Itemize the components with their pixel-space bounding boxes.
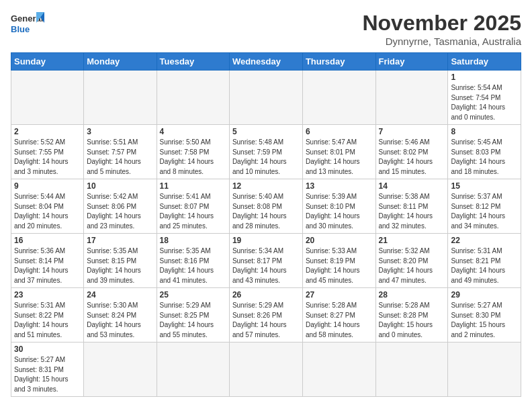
day-info: Sunrise: 5:27 AMSunset: 8:31 PMDaylight:… (14, 355, 81, 394)
calendar-week-row: 2Sunrise: 5:52 AMSunset: 7:55 PMDaylight… (11, 125, 521, 179)
calendar-cell: 20Sunrise: 5:33 AMSunset: 8:19 PMDayligh… (302, 234, 375, 288)
calendar-cell: 15Sunrise: 5:37 AMSunset: 8:12 PMDayligh… (448, 179, 521, 234)
day-info: Sunrise: 5:29 AMSunset: 8:25 PMDaylight:… (160, 301, 226, 340)
day-info: Sunrise: 5:28 AMSunset: 8:28 PMDaylight:… (379, 301, 445, 340)
day-number: 13 (306, 181, 373, 191)
calendar-week-row: 30Sunrise: 5:27 AMSunset: 8:31 PMDayligh… (11, 342, 521, 397)
day-info: Sunrise: 5:48 AMSunset: 7:59 PMDaylight:… (232, 138, 300, 177)
calendar-cell: 6Sunrise: 5:47 AMSunset: 8:01 PMDaylight… (302, 125, 375, 179)
day-info: Sunrise: 5:33 AMSunset: 8:19 PMDaylight:… (306, 246, 373, 285)
calendar-cell: 9Sunrise: 5:44 AMSunset: 8:04 PMDaylight… (11, 179, 84, 234)
day-number: 17 (87, 236, 153, 245)
day-info: Sunrise: 5:35 AMSunset: 8:15 PMDaylight:… (87, 246, 153, 285)
calendar-cell: 26Sunrise: 5:29 AMSunset: 8:26 PMDayligh… (229, 288, 302, 342)
calendar-cell (302, 342, 375, 397)
calendar-cell: 19Sunrise: 5:34 AMSunset: 8:17 PMDayligh… (229, 234, 302, 288)
day-info: Sunrise: 5:41 AMSunset: 8:07 PMDaylight:… (160, 192, 226, 231)
calendar-cell: 1Sunrise: 5:54 AMSunset: 7:54 PMDaylight… (448, 71, 521, 125)
day-number: 3 (87, 127, 153, 136)
day-info: Sunrise: 5:39 AMSunset: 8:10 PMDaylight:… (306, 192, 373, 231)
day-number: 5 (232, 127, 300, 136)
weekday-header-thursday: Thursday (302, 53, 375, 71)
calendar-week-row: 9Sunrise: 5:44 AMSunset: 8:04 PMDaylight… (11, 179, 521, 234)
day-number: 2 (14, 127, 81, 136)
day-info: Sunrise: 5:34 AMSunset: 8:17 PMDaylight:… (232, 246, 300, 285)
day-number: 14 (379, 181, 445, 191)
day-info: Sunrise: 5:32 AMSunset: 8:20 PMDaylight:… (379, 246, 445, 285)
weekday-header-friday: Friday (375, 53, 448, 71)
weekday-header-sunday: Sunday (11, 53, 84, 71)
calendar-cell (375, 342, 448, 397)
calendar-cell: 14Sunrise: 5:38 AMSunset: 8:11 PMDayligh… (375, 179, 448, 234)
calendar-cell: 16Sunrise: 5:36 AMSunset: 8:14 PMDayligh… (11, 234, 84, 288)
calendar-cell: 2Sunrise: 5:52 AMSunset: 7:55 PMDaylight… (11, 125, 84, 179)
day-info: Sunrise: 5:31 AMSunset: 8:21 PMDaylight:… (451, 246, 518, 285)
calendar-cell (448, 342, 521, 397)
weekday-header-row: SundayMondayTuesdayWednesdayThursdayFrid… (11, 53, 521, 71)
day-number: 11 (160, 181, 226, 191)
day-info: Sunrise: 5:38 AMSunset: 8:11 PMDaylight:… (379, 192, 445, 231)
day-number: 16 (14, 236, 81, 245)
calendar-cell: 28Sunrise: 5:28 AMSunset: 8:28 PMDayligh… (375, 288, 448, 342)
calendar-cell (229, 342, 302, 397)
day-info: Sunrise: 5:30 AMSunset: 8:24 PMDaylight:… (87, 301, 153, 340)
calendar-cell: 17Sunrise: 5:35 AMSunset: 8:15 PMDayligh… (84, 234, 157, 288)
calendar-cell: 8Sunrise: 5:45 AMSunset: 8:03 PMDaylight… (448, 125, 521, 179)
calendar-week-row: 16Sunrise: 5:36 AMSunset: 8:14 PMDayligh… (11, 234, 521, 288)
calendar-cell: 4Sunrise: 5:50 AMSunset: 7:58 PMDaylight… (157, 125, 229, 179)
calendar-cell (157, 342, 229, 397)
day-info: Sunrise: 5:27 AMSunset: 8:30 PMDaylight:… (451, 301, 518, 340)
day-info: Sunrise: 5:44 AMSunset: 8:04 PMDaylight:… (14, 192, 81, 231)
day-number: 28 (379, 290, 445, 300)
day-info: Sunrise: 5:36 AMSunset: 8:14 PMDaylight:… (14, 246, 81, 285)
calendar-cell: 7Sunrise: 5:46 AMSunset: 8:02 PMDaylight… (375, 125, 448, 179)
day-number: 15 (451, 181, 518, 191)
calendar-cell: 3Sunrise: 5:51 AMSunset: 7:57 PMDaylight… (84, 125, 157, 179)
calendar-cell: 29Sunrise: 5:27 AMSunset: 8:30 PMDayligh… (448, 288, 521, 342)
day-number: 7 (379, 127, 445, 136)
weekday-header-tuesday: Tuesday (157, 53, 229, 71)
day-number: 4 (160, 127, 226, 136)
weekday-header-monday: Monday (84, 53, 157, 71)
day-number: 1 (451, 73, 518, 82)
day-number: 22 (451, 236, 518, 245)
logo-svg: General Blue (11, 11, 44, 39)
day-number: 27 (306, 290, 373, 300)
day-number: 8 (451, 127, 518, 136)
calendar-cell (375, 71, 448, 125)
calendar-cell (84, 342, 157, 397)
calendar-week-row: 23Sunrise: 5:31 AMSunset: 8:22 PMDayligh… (11, 288, 521, 342)
svg-text:Blue: Blue (11, 24, 30, 34)
calendar-cell (229, 71, 302, 125)
day-info: Sunrise: 5:45 AMSunset: 8:03 PMDaylight:… (451, 138, 518, 177)
calendar-cell: 10Sunrise: 5:42 AMSunset: 8:06 PMDayligh… (84, 179, 157, 234)
calendar-cell (302, 71, 375, 125)
day-info: Sunrise: 5:47 AMSunset: 8:01 PMDaylight:… (306, 138, 373, 177)
calendar-cell (84, 71, 157, 125)
day-info: Sunrise: 5:40 AMSunset: 8:08 PMDaylight:… (232, 192, 300, 231)
day-number: 20 (306, 236, 373, 245)
page-header: General Blue November 2025 Dynnyrne, Tas… (11, 11, 521, 47)
day-info: Sunrise: 5:51 AMSunset: 7:57 PMDaylight:… (87, 138, 153, 177)
calendar-cell: 21Sunrise: 5:32 AMSunset: 8:20 PMDayligh… (375, 234, 448, 288)
day-number: 29 (451, 290, 518, 300)
calendar-cell: 13Sunrise: 5:39 AMSunset: 8:10 PMDayligh… (302, 179, 375, 234)
calendar-cell (11, 71, 84, 125)
calendar-week-row: 1Sunrise: 5:54 AMSunset: 7:54 PMDaylight… (11, 71, 521, 125)
calendar-cell: 12Sunrise: 5:40 AMSunset: 8:08 PMDayligh… (229, 179, 302, 234)
calendar-cell (157, 71, 229, 125)
day-info: Sunrise: 5:50 AMSunset: 7:58 PMDaylight:… (160, 138, 226, 177)
day-info: Sunrise: 5:28 AMSunset: 8:27 PMDaylight:… (306, 301, 373, 340)
day-number: 23 (14, 290, 81, 300)
day-number: 26 (232, 290, 300, 300)
day-number: 24 (87, 290, 153, 300)
logo: General Blue (11, 11, 44, 39)
calendar-cell: 24Sunrise: 5:30 AMSunset: 8:24 PMDayligh… (84, 288, 157, 342)
day-info: Sunrise: 5:31 AMSunset: 8:22 PMDaylight:… (14, 301, 81, 340)
day-info: Sunrise: 5:42 AMSunset: 8:06 PMDaylight:… (87, 192, 153, 231)
day-info: Sunrise: 5:29 AMSunset: 8:26 PMDaylight:… (232, 301, 300, 340)
day-info: Sunrise: 5:46 AMSunset: 8:02 PMDaylight:… (379, 138, 445, 177)
day-info: Sunrise: 5:35 AMSunset: 8:16 PMDaylight:… (160, 246, 226, 285)
day-number: 19 (232, 236, 300, 245)
calendar-cell: 23Sunrise: 5:31 AMSunset: 8:22 PMDayligh… (11, 288, 84, 342)
